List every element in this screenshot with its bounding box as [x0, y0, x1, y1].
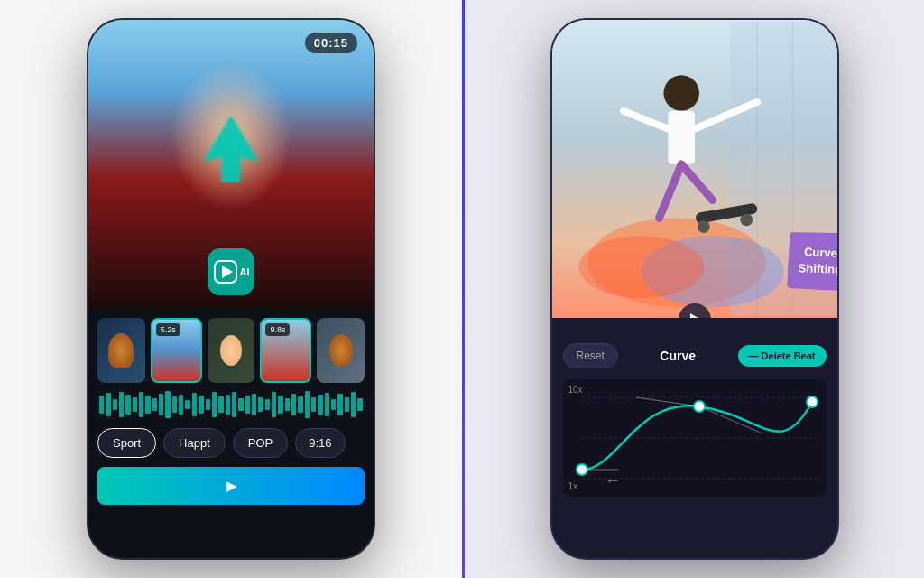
right-phone-bottom: Reset Curve — Delete Beat 10x 1x	[552, 318, 837, 508]
curve-graph: 10x 1x	[563, 379, 827, 497]
svg-line-13	[659, 164, 681, 218]
play-triangle-icon	[690, 313, 701, 318]
svg-marker-2	[222, 266, 233, 278]
delete-beat-button[interactable]: — Delete Beat	[738, 345, 827, 367]
wave-bar	[119, 392, 124, 418]
wave-bar	[133, 397, 137, 412]
right-panel: Curve Shifting Reset Curve — Delete Beat…	[465, 0, 924, 578]
phone-left: AI 00:15 5.2s	[87, 18, 375, 560]
thumb-2-badge: 5.2s	[156, 323, 180, 336]
wave-bar	[298, 396, 302, 414]
wave-bar	[291, 394, 296, 416]
svg-line-14	[681, 164, 713, 200]
phone-right: Curve Shifting Reset Curve — Delete Beat…	[550, 18, 839, 560]
wave-bar	[252, 394, 256, 415]
left-panel: AI 00:15 5.2s	[0, 0, 462, 578]
style-buttons-row: Sport Happt POP 9:16	[97, 428, 365, 458]
wave-bar	[311, 397, 316, 411]
timer-badge: 00:15	[305, 33, 357, 53]
wave-bar	[218, 396, 223, 413]
wave-bar	[185, 400, 189, 409]
curve-shifting-badge: Curve Shifting	[787, 231, 838, 292]
wave-bar	[272, 392, 276, 417]
wave-bar	[258, 397, 263, 412]
svg-line-26	[699, 406, 762, 434]
svg-line-25	[636, 397, 699, 406]
wave-bar	[238, 398, 243, 411]
curve-shifting-text-line1: Curve	[804, 245, 837, 259]
wave-bar	[199, 396, 203, 413]
wave-bar	[159, 394, 163, 415]
svg-point-8	[578, 236, 703, 298]
wave-bar	[152, 398, 157, 411]
svg-rect-10	[668, 111, 695, 164]
curve-y-min-label: 1x	[568, 481, 578, 491]
thumbnail-3[interactable]	[208, 318, 255, 383]
pop-button[interactable]: POP	[233, 428, 288, 458]
svg-text:←: ←	[605, 471, 621, 489]
wave-bar	[357, 398, 362, 411]
wave-bar	[179, 395, 183, 415]
curve-y-max-label: 10x	[568, 385, 583, 395]
thumbnail-5[interactable]	[317, 318, 365, 383]
wave-bar	[278, 396, 282, 414]
wave-bar	[139, 392, 143, 416]
ai-logo: AI	[208, 248, 254, 295]
sport-button[interactable]: Sport	[97, 428, 156, 458]
wave-bar	[99, 396, 104, 413]
svg-line-12	[624, 111, 668, 129]
wave-bar	[265, 399, 270, 409]
waveform	[97, 390, 365, 419]
wave-bar	[165, 391, 170, 418]
wave-bar	[113, 399, 117, 411]
left-phone-bottom: 5.2s 9.8s	[88, 309, 374, 505]
wave-bar	[345, 397, 349, 413]
thumbnail-4[interactable]: 9.8s	[260, 318, 311, 383]
curve-label: Curve	[625, 349, 731, 363]
wave-bar	[325, 393, 329, 416]
wave-bar	[212, 392, 217, 416]
teal-arrow-icon	[199, 111, 263, 187]
wave-bar	[305, 391, 310, 417]
left-video-area: AI 00:15	[88, 20, 374, 309]
wave-bar	[206, 399, 210, 411]
happt-button[interactable]: Happt	[163, 428, 226, 458]
ai-text: AI	[240, 266, 250, 277]
bezier-curve-svg: ←	[563, 379, 827, 497]
bottom-bar-icon: ▶	[226, 479, 236, 493]
wave-bar	[226, 395, 230, 415]
wave-bar	[125, 395, 130, 415]
wave-bar	[106, 393, 110, 416]
curve-controls-row: Reset Curve — Delete Beat	[563, 343, 827, 368]
thumbnail-1[interactable]	[97, 318, 145, 383]
wave-bar	[318, 395, 322, 415]
wave-bar	[351, 392, 356, 417]
wave-bar	[145, 396, 150, 415]
reset-button[interactable]: Reset	[563, 343, 618, 368]
wave-bar	[285, 398, 290, 410]
thumbnail-2[interactable]: 5.2s	[151, 318, 202, 383]
svg-point-17	[740, 213, 753, 226]
svg-marker-0	[204, 116, 258, 182]
wave-bar	[232, 392, 236, 418]
thumb-4-badge: 9.8s	[265, 323, 290, 336]
svg-point-23	[807, 396, 818, 407]
ratio-button[interactable]: 9:16	[295, 428, 345, 458]
curve-shifting-text-line2: Shifting	[799, 261, 839, 276]
thumbnail-strip: 5.2s 9.8s	[97, 318, 365, 383]
wave-bar	[245, 396, 250, 415]
svg-point-16	[697, 220, 709, 233]
wave-bar	[172, 396, 177, 413]
svg-point-9	[663, 75, 699, 111]
wave-bar	[331, 399, 336, 410]
bottom-action-bar[interactable]: ▶	[97, 467, 365, 505]
wave-bar	[337, 394, 342, 415]
wave-bar	[192, 393, 197, 416]
